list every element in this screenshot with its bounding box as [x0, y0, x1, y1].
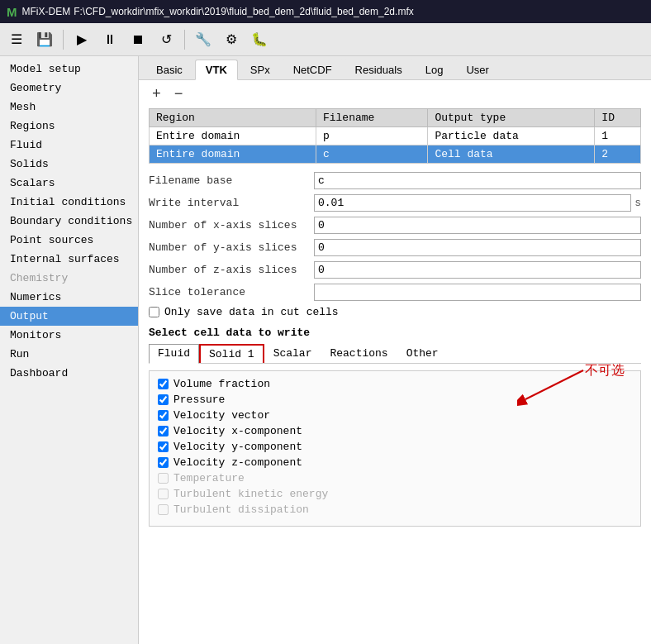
checkbox-label-5: Velocity z-component — [173, 456, 302, 469]
sidebar-item-regions[interactable]: Regions — [0, 117, 138, 136]
sub-tab-solid-1[interactable]: Solid 1 — [199, 344, 264, 363]
checkbox-row-8: Turbulent dissipation — [158, 503, 632, 516]
form-row-4: Number of z-axis slices — [149, 261, 641, 279]
tab-netcdf[interactable]: NetCDF — [283, 60, 343, 79]
checkbox-velocity-z-component[interactable] — [158, 457, 169, 468]
debug-button[interactable]: 🐛 — [246, 26, 273, 53]
tab-basic[interactable]: Basic — [145, 60, 193, 79]
sub-tab-fluid[interactable]: Fluid — [149, 344, 199, 364]
sub-tab-reactions[interactable]: Reactions — [321, 344, 397, 363]
col-filename: Filename — [316, 109, 427, 127]
form-label-2: Number of x-axis slices — [149, 219, 314, 231]
form-unit-1: s — [634, 197, 641, 209]
form-row-2: Number of x-axis slices — [149, 217, 641, 234]
checkbox-velocity-y-component[interactable] — [158, 441, 169, 452]
form-input-3[interactable] — [314, 239, 641, 256]
options-button[interactable]: ⚙ — [218, 26, 245, 53]
content-area: BasicVTKSPxNetCDFResidualsLogUser + − Re… — [139, 56, 651, 644]
pause-button[interactable]: ⏸ — [97, 26, 123, 53]
checkbox-row-0: Volume fraction — [158, 378, 632, 390]
checkbox-row-7: Turbulent kinetic energy — [158, 488, 632, 500]
form-label-5: Slice tolerance — [149, 286, 314, 298]
form-input-1[interactable] — [314, 194, 631, 212]
sidebar-item-initial-conditions[interactable]: Initial conditions — [0, 193, 138, 212]
tab-residuals[interactable]: Residuals — [345, 60, 413, 79]
checkbox-panel: Volume fractionPressureVelocity vectorVe… — [149, 370, 641, 527]
checkbox-label-7: Turbulent kinetic energy — [173, 488, 328, 500]
form-input-5[interactable] — [314, 284, 641, 301]
reset-button[interactable]: ↺ — [153, 26, 179, 53]
only-cut-cells-row: Only save data in cut cells — [149, 306, 641, 318]
sidebar-item-output[interactable]: Output — [0, 307, 138, 326]
checkbox-panel-container: Volume fractionPressureVelocity vectorVe… — [149, 370, 641, 527]
sidebar-item-boundary-conditions[interactable]: Boundary conditions — [0, 212, 138, 231]
sidebar-item-chemistry: Chemistry — [0, 269, 138, 288]
select-section-title: Select cell data to write — [149, 327, 641, 339]
col-output-type: Output type — [428, 109, 595, 127]
sidebar-item-solids[interactable]: Solids — [0, 155, 138, 174]
save-button[interactable]: 💾 — [31, 26, 58, 53]
sub-tab-other[interactable]: Other — [397, 344, 448, 363]
cell-filename: c — [316, 145, 427, 164]
vtk-form: Filename baseWrite intervalsNumber of x-… — [149, 172, 641, 301]
form-input-0[interactable] — [314, 172, 641, 189]
file-path: F:\CFD_workdir\mfix_workdir\2019\fluid_b… — [74, 6, 414, 17]
remove-button[interactable]: − — [171, 87, 187, 102]
form-input-4[interactable] — [314, 261, 641, 279]
sidebar-item-geometry[interactable]: Geometry — [0, 79, 138, 98]
sidebar-item-run[interactable]: Run — [0, 345, 138, 364]
cell-data-sub-tabs: FluidSolid 1ScalarReactionsOther — [149, 344, 641, 364]
sidebar-item-dashboard[interactable]: Dashboard — [0, 364, 138, 383]
only-cut-cells-checkbox[interactable] — [149, 307, 159, 317]
add-button[interactable]: + — [149, 87, 164, 102]
tab-vtk[interactable]: VTK — [195, 60, 238, 80]
form-row-1: Write intervals — [149, 194, 641, 212]
table-row[interactable]: Entire domaincCell data2 — [150, 145, 641, 164]
checkbox-label-0: Volume fraction — [173, 378, 270, 390]
sidebar-item-point-sources[interactable]: Point sources — [0, 231, 138, 250]
cell-filename: p — [316, 127, 427, 145]
sidebar-item-monitors[interactable]: Monitors — [0, 326, 138, 345]
titlebar: M MFiX-DEM F:\CFD_workdir\mfix_workdir\2… — [0, 0, 651, 23]
cell-output_type: Cell data — [428, 145, 595, 164]
vtk-toolbar: + − — [149, 87, 641, 102]
form-label-4: Number of z-axis slices — [149, 264, 314, 276]
tab-user[interactable]: User — [455, 60, 499, 79]
form-input-2[interactable] — [314, 217, 641, 234]
form-label-3: Number of y-axis slices — [149, 241, 314, 254]
main-layout: Model setupGeometryMeshRegionsFluidSolid… — [0, 56, 651, 644]
sidebar-item-scalars[interactable]: Scalars — [0, 174, 138, 193]
form-label-1: Write interval — [149, 197, 314, 209]
col-id: ID — [595, 109, 641, 127]
checkbox-row-4: Velocity y-component — [158, 441, 632, 453]
content-inner: + − Region Filename Output type ID Entir… — [139, 80, 651, 533]
checkbox-volume-fraction[interactable] — [158, 379, 169, 389]
sidebar-item-fluid[interactable]: Fluid — [0, 136, 138, 155]
stop-button[interactable]: ⏹ — [125, 26, 151, 53]
sidebar-item-mesh[interactable]: Mesh — [0, 98, 138, 117]
form-row-0: Filename base — [149, 172, 641, 189]
sidebar-item-numerics[interactable]: Numerics — [0, 288, 138, 307]
table-row[interactable]: Entire domainpParticle data1 — [150, 127, 641, 145]
toolbar: ☰ 💾 ▶ ⏸ ⏹ ↺ 🔧 ⚙ 🐛 — [0, 23, 651, 56]
checkbox-row-1: Pressure — [158, 394, 632, 406]
toolbar-separator-1 — [63, 30, 64, 50]
checkbox-velocity-x-component[interactable] — [158, 426, 169, 436]
form-row-3: Number of y-axis slices — [149, 239, 641, 256]
menu-button[interactable]: ☰ — [3, 26, 30, 53]
play-button[interactable]: ▶ — [69, 26, 95, 53]
tab-spx[interactable]: SPx — [240, 60, 281, 79]
checkbox-label-6: Temperature — [173, 472, 245, 484]
checkbox-pressure[interactable] — [158, 394, 169, 405]
settings-button[interactable]: 🔧 — [190, 26, 216, 53]
cell-output_type: Particle data — [428, 127, 595, 145]
cell-id: 2 — [595, 145, 641, 164]
sidebar-item-internal-surfaces[interactable]: Internal surfaces — [0, 250, 138, 269]
cell-id: 1 — [595, 127, 641, 145]
tab-log[interactable]: Log — [415, 60, 454, 79]
table-header-row: Region Filename Output type ID — [150, 109, 641, 127]
checkbox-label-2: Velocity vector — [173, 409, 270, 422]
sidebar-item-model-setup[interactable]: Model setup — [0, 60, 138, 79]
checkbox-velocity-vector[interactable] — [158, 410, 169, 421]
sub-tab-scalar[interactable]: Scalar — [264, 344, 321, 363]
